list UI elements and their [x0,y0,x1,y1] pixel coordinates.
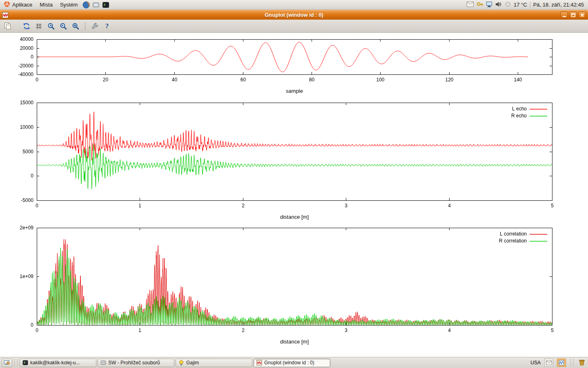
plot-toolbar: ? [0,20,588,33]
taskbar: kaklik@kaklik-kolej-u... SW - Prohlížeč … [0,357,588,368]
zoom-next-icon [59,22,67,30]
task-label: SW - Prohlížeč souborů [108,360,160,366]
menu-system[interactable]: Systém [56,0,81,9]
clock[interactable]: Pá, 18. září, 21:42:45 [533,2,584,8]
terminal-icon [102,1,109,9]
sample-waveform-chart-canvas[interactable] [0,36,588,97]
minimize-button[interactable] [560,11,568,18]
volume-icon[interactable] [495,1,502,9]
trash-applet[interactable] [578,359,586,367]
panel-status-area: 17 °C Pá, 18. září, 21:42:45 [467,1,588,9]
help-button[interactable]: ? [102,21,112,31]
task-button-gajim[interactable]: Gajim [176,359,252,367]
panel-separator [530,2,530,8]
replot-button[interactable] [21,21,32,31]
plot-tray-icon [559,360,564,366]
task-label: Gajim [186,360,199,366]
autoscale-button[interactable] [70,21,81,31]
task-button-file-manager[interactable]: SW - Prohlížeč souborů [98,359,174,367]
maximize-button[interactable] [569,11,577,18]
mail-icon[interactable] [467,2,474,8]
menu-applications[interactable]: Aplikace [0,0,36,9]
taskbar-right: USA [530,359,586,367]
gnuplot-window-icon [2,12,9,18]
firefox-launcher[interactable] [81,0,91,10]
ubuntu-logo-icon [4,1,10,9]
show-desktop-icon [4,360,10,366]
help-icon: ? [105,22,109,30]
toolbar-separator [85,22,85,30]
window-title: Gnuplot (window id : 0) [0,12,588,18]
terminal-launcher[interactable] [101,0,111,10]
correlation-chart-canvas[interactable] [0,223,588,346]
window-controls [560,11,588,18]
terminal-task-icon [22,360,28,366]
gnuplot-task-icon [256,360,262,366]
copy-plot-button[interactable] [2,21,13,31]
close-icon [580,13,584,17]
zoom-previous-button[interactable] [46,21,56,31]
top-panel: Aplikace Místa Systém 17 °C Pá, 18. září… [0,0,588,10]
autoscale-icon [71,22,80,30]
task-button-gnuplot[interactable]: Gnuplot (window id : 0) [254,359,330,367]
task-button-terminal[interactable]: kaklik@kaklik-kolej-u... [20,359,96,367]
copy-icon [4,22,12,30]
keyring-icon[interactable] [477,1,483,9]
echo-chart-canvas[interactable] [0,99,588,221]
gajim-task-icon [178,360,184,366]
display-icon[interactable] [486,1,492,9]
gnuplot-window: Gnuplot (window id : 0) [0,10,588,357]
screenshot-icon [92,1,100,9]
zoom-previous-icon [47,22,55,30]
close-button[interactable] [578,11,586,18]
plot-window-tray[interactable] [557,359,566,367]
mail-notification-tray[interactable] [544,359,553,367]
grid-icon [35,22,43,30]
weather-icon[interactable] [505,1,511,9]
temperature-label[interactable]: 17 °C [514,2,527,8]
menu-label-system: Systém [60,2,78,8]
show-desktop-button[interactable] [2,359,12,367]
maximize-icon [571,13,575,17]
configure-button[interactable] [89,21,100,31]
task-label: kaklik@kaklik-kolej-u... [30,360,80,366]
menu-places[interactable]: Místa [36,0,56,9]
wrench-icon [91,22,99,30]
minimize-icon [562,13,566,17]
toggle-grid-button[interactable] [33,21,44,31]
file-manager-task-icon [100,360,106,366]
titlebar[interactable]: Gnuplot (window id : 0) [0,10,588,20]
task-label: Gnuplot (window id : 0) [264,360,314,366]
replot-icon [22,22,31,30]
tray-handle[interactable] [570,359,574,366]
mail-tray-icon [546,361,552,365]
keyboard-layout-indicator[interactable]: USA [530,360,541,366]
window-list-handle[interactable] [14,359,18,366]
plot-area [0,33,588,357]
screenshot-launcher[interactable] [91,0,101,10]
menu-label-places: Místa [40,2,53,8]
menu-label-applications: Aplikace [12,2,32,8]
firefox-icon [82,1,90,9]
zoom-next-button[interactable] [58,21,69,31]
trash-icon [578,359,586,366]
